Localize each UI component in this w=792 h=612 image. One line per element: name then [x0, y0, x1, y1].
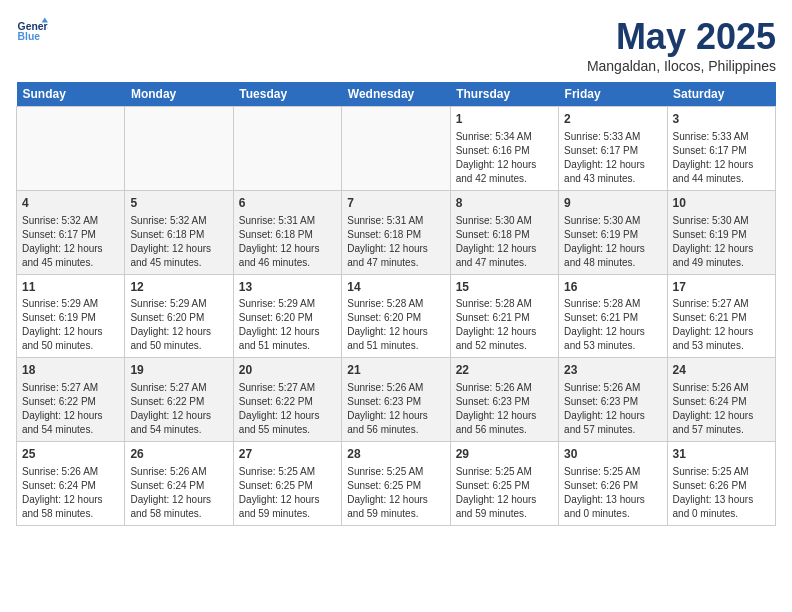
weekday-header-thursday: Thursday [450, 82, 558, 107]
day-number: 1 [456, 111, 553, 128]
weekday-header-saturday: Saturday [667, 82, 775, 107]
day-info: Sunrise: 5:28 AM Sunset: 6:21 PM Dayligh… [564, 297, 661, 353]
calendar-cell: 30Sunrise: 5:25 AM Sunset: 6:26 PM Dayli… [559, 442, 667, 526]
calendar-cell: 23Sunrise: 5:26 AM Sunset: 6:23 PM Dayli… [559, 358, 667, 442]
day-info: Sunrise: 5:30 AM Sunset: 6:19 PM Dayligh… [564, 214, 661, 270]
weekday-header-wednesday: Wednesday [342, 82, 450, 107]
week-row-3: 11Sunrise: 5:29 AM Sunset: 6:19 PM Dayli… [17, 274, 776, 358]
calendar-cell: 2Sunrise: 5:33 AM Sunset: 6:17 PM Daylig… [559, 107, 667, 191]
day-info: Sunrise: 5:26 AM Sunset: 6:24 PM Dayligh… [22, 465, 119, 521]
calendar-cell: 7Sunrise: 5:31 AM Sunset: 6:18 PM Daylig… [342, 190, 450, 274]
day-info: Sunrise: 5:25 AM Sunset: 6:26 PM Dayligh… [564, 465, 661, 521]
day-info: Sunrise: 5:26 AM Sunset: 6:23 PM Dayligh… [347, 381, 444, 437]
calendar-cell: 20Sunrise: 5:27 AM Sunset: 6:22 PM Dayli… [233, 358, 341, 442]
day-number: 29 [456, 446, 553, 463]
day-number: 2 [564, 111, 661, 128]
calendar-cell: 28Sunrise: 5:25 AM Sunset: 6:25 PM Dayli… [342, 442, 450, 526]
calendar-cell [17, 107, 125, 191]
day-number: 5 [130, 195, 227, 212]
calendar-cell [342, 107, 450, 191]
week-row-4: 18Sunrise: 5:27 AM Sunset: 6:22 PM Dayli… [17, 358, 776, 442]
day-number: 23 [564, 362, 661, 379]
day-number: 16 [564, 279, 661, 296]
day-info: Sunrise: 5:30 AM Sunset: 6:18 PM Dayligh… [456, 214, 553, 270]
weekday-header-friday: Friday [559, 82, 667, 107]
day-number: 6 [239, 195, 336, 212]
calendar-cell: 17Sunrise: 5:27 AM Sunset: 6:21 PM Dayli… [667, 274, 775, 358]
svg-text:Blue: Blue [18, 31, 41, 42]
day-info: Sunrise: 5:26 AM Sunset: 6:24 PM Dayligh… [130, 465, 227, 521]
day-number: 30 [564, 446, 661, 463]
day-number: 7 [347, 195, 444, 212]
day-number: 25 [22, 446, 119, 463]
day-info: Sunrise: 5:26 AM Sunset: 6:23 PM Dayligh… [456, 381, 553, 437]
calendar-cell: 1Sunrise: 5:34 AM Sunset: 6:16 PM Daylig… [450, 107, 558, 191]
week-row-2: 4Sunrise: 5:32 AM Sunset: 6:17 PM Daylig… [17, 190, 776, 274]
day-number: 24 [673, 362, 770, 379]
day-info: Sunrise: 5:28 AM Sunset: 6:21 PM Dayligh… [456, 297, 553, 353]
day-number: 18 [22, 362, 119, 379]
day-number: 26 [130, 446, 227, 463]
calendar-cell: 18Sunrise: 5:27 AM Sunset: 6:22 PM Dayli… [17, 358, 125, 442]
day-info: Sunrise: 5:27 AM Sunset: 6:22 PM Dayligh… [22, 381, 119, 437]
day-info: Sunrise: 5:29 AM Sunset: 6:20 PM Dayligh… [130, 297, 227, 353]
day-number: 27 [239, 446, 336, 463]
day-info: Sunrise: 5:30 AM Sunset: 6:19 PM Dayligh… [673, 214, 770, 270]
day-number: 11 [22, 279, 119, 296]
weekday-header-row: SundayMondayTuesdayWednesdayThursdayFrid… [17, 82, 776, 107]
calendar-cell [233, 107, 341, 191]
day-info: Sunrise: 5:27 AM Sunset: 6:22 PM Dayligh… [130, 381, 227, 437]
calendar-table: SundayMondayTuesdayWednesdayThursdayFrid… [16, 82, 776, 526]
calendar-cell: 27Sunrise: 5:25 AM Sunset: 6:25 PM Dayli… [233, 442, 341, 526]
calendar-cell: 13Sunrise: 5:29 AM Sunset: 6:20 PM Dayli… [233, 274, 341, 358]
day-info: Sunrise: 5:29 AM Sunset: 6:19 PM Dayligh… [22, 297, 119, 353]
day-info: Sunrise: 5:31 AM Sunset: 6:18 PM Dayligh… [239, 214, 336, 270]
location: Mangaldan, Ilocos, Philippines [587, 58, 776, 74]
day-info: Sunrise: 5:32 AM Sunset: 6:18 PM Dayligh… [130, 214, 227, 270]
month-title: May 2025 [587, 16, 776, 58]
day-number: 4 [22, 195, 119, 212]
calendar-cell: 15Sunrise: 5:28 AM Sunset: 6:21 PM Dayli… [450, 274, 558, 358]
title-block: May 2025 Mangaldan, Ilocos, Philippines [587, 16, 776, 74]
weekday-header-sunday: Sunday [17, 82, 125, 107]
day-number: 20 [239, 362, 336, 379]
calendar-cell: 16Sunrise: 5:28 AM Sunset: 6:21 PM Dayli… [559, 274, 667, 358]
calendar-cell: 21Sunrise: 5:26 AM Sunset: 6:23 PM Dayli… [342, 358, 450, 442]
calendar-cell: 24Sunrise: 5:26 AM Sunset: 6:24 PM Dayli… [667, 358, 775, 442]
day-number: 3 [673, 111, 770, 128]
weekday-header-tuesday: Tuesday [233, 82, 341, 107]
week-row-5: 25Sunrise: 5:26 AM Sunset: 6:24 PM Dayli… [17, 442, 776, 526]
calendar-cell: 11Sunrise: 5:29 AM Sunset: 6:19 PM Dayli… [17, 274, 125, 358]
weekday-header-monday: Monday [125, 82, 233, 107]
calendar-cell: 9Sunrise: 5:30 AM Sunset: 6:19 PM Daylig… [559, 190, 667, 274]
day-number: 10 [673, 195, 770, 212]
day-info: Sunrise: 5:34 AM Sunset: 6:16 PM Dayligh… [456, 130, 553, 186]
day-number: 17 [673, 279, 770, 296]
day-number: 31 [673, 446, 770, 463]
day-number: 28 [347, 446, 444, 463]
logo: General Blue [16, 16, 48, 48]
calendar-cell: 31Sunrise: 5:25 AM Sunset: 6:26 PM Dayli… [667, 442, 775, 526]
day-number: 21 [347, 362, 444, 379]
calendar-cell: 12Sunrise: 5:29 AM Sunset: 6:20 PM Dayli… [125, 274, 233, 358]
calendar-cell: 6Sunrise: 5:31 AM Sunset: 6:18 PM Daylig… [233, 190, 341, 274]
calendar-cell: 26Sunrise: 5:26 AM Sunset: 6:24 PM Dayli… [125, 442, 233, 526]
day-info: Sunrise: 5:25 AM Sunset: 6:25 PM Dayligh… [239, 465, 336, 521]
page-header: General Blue May 2025 Mangaldan, Ilocos,… [16, 16, 776, 74]
day-info: Sunrise: 5:27 AM Sunset: 6:21 PM Dayligh… [673, 297, 770, 353]
calendar-cell: 3Sunrise: 5:33 AM Sunset: 6:17 PM Daylig… [667, 107, 775, 191]
day-number: 8 [456, 195, 553, 212]
svg-marker-2 [42, 18, 48, 23]
day-info: Sunrise: 5:26 AM Sunset: 6:24 PM Dayligh… [673, 381, 770, 437]
calendar-cell: 29Sunrise: 5:25 AM Sunset: 6:25 PM Dayli… [450, 442, 558, 526]
week-row-1: 1Sunrise: 5:34 AM Sunset: 6:16 PM Daylig… [17, 107, 776, 191]
day-number: 19 [130, 362, 227, 379]
day-info: Sunrise: 5:28 AM Sunset: 6:20 PM Dayligh… [347, 297, 444, 353]
calendar-cell: 19Sunrise: 5:27 AM Sunset: 6:22 PM Dayli… [125, 358, 233, 442]
calendar-cell: 5Sunrise: 5:32 AM Sunset: 6:18 PM Daylig… [125, 190, 233, 274]
day-number: 22 [456, 362, 553, 379]
logo-icon: General Blue [16, 16, 48, 48]
day-info: Sunrise: 5:29 AM Sunset: 6:20 PM Dayligh… [239, 297, 336, 353]
day-info: Sunrise: 5:31 AM Sunset: 6:18 PM Dayligh… [347, 214, 444, 270]
day-number: 14 [347, 279, 444, 296]
